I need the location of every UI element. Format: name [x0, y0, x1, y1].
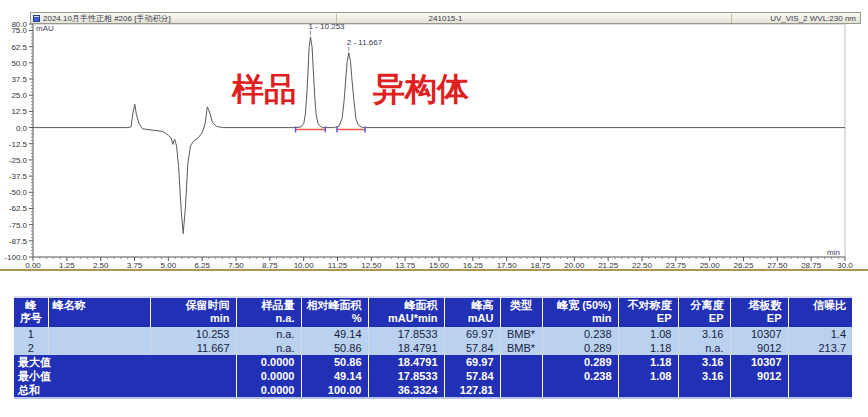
column-header[interactable]: 不对称度EP [618, 297, 678, 327]
summary-row[interactable]: 总和0.0000100.0036.3324127.81 [14, 383, 852, 398]
injection-icon [33, 15, 40, 22]
cell[interactable]: 49.14 [301, 327, 368, 341]
column-header[interactable]: 相对峰面积% [301, 297, 368, 327]
x-tick-label: 28.75 [801, 261, 822, 270]
cell[interactable] [788, 369, 852, 383]
column-header[interactable]: 保留时间min [150, 297, 236, 327]
cell[interactable]: 10307 [730, 327, 788, 341]
table-header: 峰序号峰名称 保留时间min样品量n.a.相对峰面积%峰面积mAU*min峰高m… [14, 297, 852, 327]
x-tick-label: 18.75 [530, 261, 551, 270]
cell[interactable]: 100.00 [301, 383, 368, 398]
cell[interactable] [788, 383, 852, 398]
x-tick-label: 17.50 [497, 261, 518, 270]
cell[interactable]: 18.4791 [368, 355, 444, 369]
cell[interactable]: 57.84 [444, 369, 500, 383]
cell[interactable] [730, 383, 788, 398]
cell[interactable]: 3.16 [678, 327, 730, 341]
column-header[interactable]: 分离度EP [678, 297, 730, 327]
cell[interactable] [500, 355, 542, 369]
cell[interactable]: 0.238 [542, 327, 618, 341]
cell[interactable] [48, 341, 150, 355]
cell[interactable]: 0.0000 [236, 355, 301, 369]
cell[interactable]: 9012 [730, 369, 788, 383]
cell[interactable] [500, 369, 542, 383]
cell[interactable]: n.a. [236, 327, 301, 341]
x-tick-label: 7.50 [228, 261, 244, 270]
y-axis-unit: mAU [36, 24, 54, 33]
cell[interactable]: 0.238 [542, 369, 618, 383]
cell[interactable]: 49.14 [301, 369, 368, 383]
cell[interactable] [618, 383, 678, 398]
cell[interactable]: n.a. [236, 341, 301, 355]
x-tick-label: 15.00 [429, 261, 450, 270]
column-header[interactable]: 峰名称 [48, 297, 150, 327]
cell[interactable]: 3.16 [678, 369, 730, 383]
x-tick-label: 12.50 [361, 261, 382, 270]
injection-title: 2024.10月手性正相 #206 [手动积分] [43, 13, 171, 24]
cell[interactable]: 0.289 [542, 341, 618, 355]
x-tick-label: 23.75 [666, 261, 687, 270]
x-tick-label: 11.25 [328, 261, 348, 270]
cell[interactable]: 1.08 [618, 327, 678, 341]
y-tick-label: 50.0 [11, 59, 27, 68]
column-header[interactable]: 类型 [500, 297, 542, 327]
cell[interactable]: 69.97 [444, 355, 500, 369]
cell[interactable]: 69.97 [444, 327, 500, 341]
plot-frame [33, 24, 845, 257]
cell[interactable]: 1 [14, 327, 48, 341]
cell[interactable]: 9012 [730, 341, 788, 355]
y-tick-label: -37.5 [9, 172, 28, 181]
x-tick-label: 27.50 [767, 261, 788, 270]
column-header[interactable]: 样品量n.a. [236, 297, 301, 327]
x-tick-label: 3.75 [127, 261, 143, 270]
column-header[interactable]: 峰面积mAU*min [368, 297, 444, 327]
y-tick-label: 0.0 [16, 124, 28, 133]
cell[interactable]: n.a. [678, 341, 730, 355]
cell[interactable]: 2 [14, 341, 48, 355]
column-header[interactable]: 峰宽 (50%)min [542, 297, 618, 327]
cell[interactable] [678, 383, 730, 398]
x-tick-label: 20.00 [564, 261, 585, 270]
cell[interactable] [48, 327, 150, 341]
screenshot-root: 80.075.062.550.037.525.012.50.0-12.5-25.… [0, 0, 868, 417]
chromatogram-plot[interactable]: 80.075.062.550.037.525.012.50.0-12.5-25.… [0, 0, 868, 276]
cell[interactable]: 127.81 [444, 383, 500, 398]
cell[interactable]: 1.18 [618, 341, 678, 355]
cell[interactable] [788, 355, 852, 369]
y-tick-label: 62.5 [11, 43, 27, 52]
cell[interactable]: 0.0000 [236, 383, 301, 398]
column-header[interactable]: 峰序号 [14, 297, 48, 327]
y-tick-label: -75.0 [9, 221, 28, 230]
cell[interactable]: BMB* [500, 341, 542, 355]
cell[interactable]: 10307 [730, 355, 788, 369]
cell[interactable]: 1.08 [618, 369, 678, 383]
cell[interactable]: 213.7 [788, 341, 852, 355]
column-header[interactable]: 塔板数EP [730, 297, 788, 327]
table-row[interactable]: 110.253n.a.49.1417.853369.97BMB*0.2381.0… [14, 327, 852, 341]
cell[interactable]: 3.16 [678, 355, 730, 369]
column-header[interactable]: 峰高mAU [444, 297, 500, 327]
cell[interactable]: 18.4791 [368, 341, 444, 355]
cell[interactable]: 10.253 [150, 327, 236, 341]
column-header[interactable]: 信噪比 [788, 297, 852, 327]
cell[interactable]: 1.4 [788, 327, 852, 341]
summary-row[interactable]: 最大值0.000050.8618.479169.970.2891.183.161… [14, 355, 852, 369]
cell[interactable]: 50.86 [301, 355, 368, 369]
cell[interactable] [542, 383, 618, 398]
x-tick-label: 6.25 [194, 261, 210, 270]
cell[interactable]: 1.18 [618, 355, 678, 369]
summary-row[interactable]: 最小值0.000049.1417.853357.840.2381.083.169… [14, 369, 852, 383]
cell[interactable]: 0.0000 [236, 369, 301, 383]
cell[interactable]: 17.8533 [368, 327, 444, 341]
cell[interactable]: 17.8533 [368, 369, 444, 383]
cell[interactable]: 50.86 [301, 341, 368, 355]
cell[interactable]: 36.3324 [368, 383, 444, 398]
cell[interactable]: BMB* [500, 327, 542, 341]
cell[interactable]: 11.667 [150, 341, 236, 355]
cell[interactable]: 57.84 [444, 341, 500, 355]
cell[interactable] [500, 383, 542, 398]
summary-label: 最大值 [14, 355, 236, 369]
cell[interactable]: 0.289 [542, 355, 618, 369]
y-tick-label: 12.5 [11, 107, 27, 116]
table-row[interactable]: 211.667n.a.50.8618.479157.84BMB*0.2891.1… [14, 341, 852, 355]
